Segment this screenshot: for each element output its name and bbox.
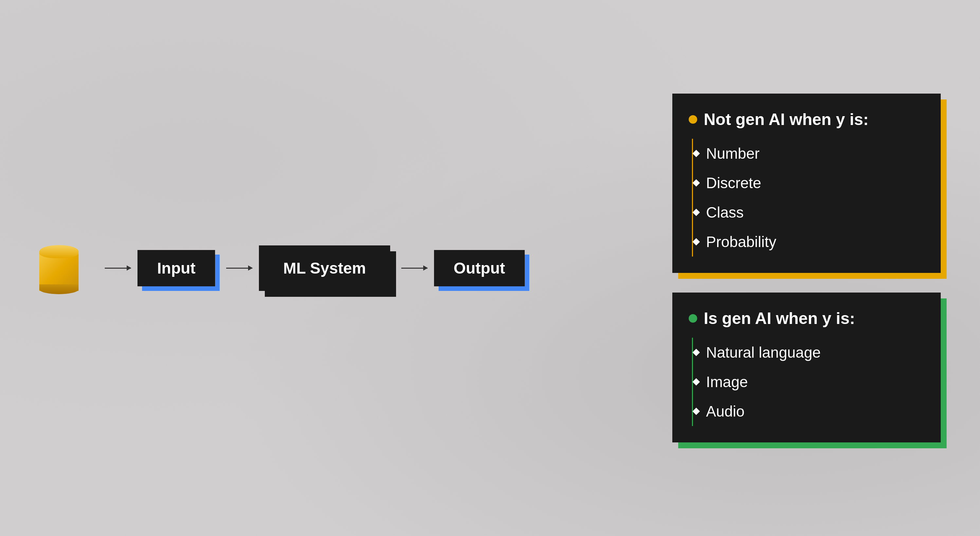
- not-gen-ai-item-class-text: Class: [706, 204, 744, 221]
- info-cards: Not gen AI when y is: Number Discrete Cl…: [672, 94, 941, 442]
- ml-system-inner: ML System: [259, 245, 390, 291]
- not-gen-ai-card: Not gen AI when y is: Number Discrete Cl…: [672, 94, 941, 273]
- not-gen-ai-dot: [689, 115, 697, 124]
- database-icon: [39, 242, 78, 294]
- ml-diagram: Input ML System Output: [39, 242, 525, 294]
- ml-system-box: ML System: [259, 245, 390, 291]
- not-gen-ai-item-discrete-text: Discrete: [706, 174, 761, 192]
- input-box: Input: [137, 250, 215, 286]
- arrow-1: [105, 268, 131, 269]
- is-gen-ai-card-main: Is gen AI when y is: Natural language Im…: [672, 293, 941, 442]
- arrow-3: [401, 268, 428, 269]
- diamond-icon: [693, 150, 700, 157]
- not-gen-ai-item-class: Class: [697, 198, 921, 227]
- diamond-icon: [693, 238, 700, 246]
- main-layout: Input ML System Output: [0, 0, 980, 536]
- is-gen-ai-item-language-text: Natural language: [706, 344, 821, 361]
- not-gen-ai-item-discrete: Discrete: [697, 168, 921, 198]
- output-box-label: Output: [434, 250, 525, 286]
- is-gen-ai-item-language: Natural language: [697, 338, 921, 367]
- diamond-icon: [693, 408, 700, 415]
- not-gen-ai-card-main: Not gen AI when y is: Number Discrete Cl…: [672, 94, 941, 273]
- not-gen-ai-title: Not gen AI when y is:: [704, 110, 869, 129]
- not-gen-ai-items: Number Discrete Class Probability: [692, 139, 921, 256]
- is-gen-ai-item-audio: Audio: [697, 397, 921, 426]
- input-box-label: Input: [137, 250, 215, 286]
- is-gen-ai-card: Is gen AI when y is: Natural language Im…: [672, 293, 941, 442]
- ml-system-label: ML System: [264, 250, 386, 286]
- not-gen-ai-item-probability-text: Probability: [706, 233, 776, 251]
- is-gen-ai-title-row: Is gen AI when y is:: [689, 309, 921, 328]
- is-gen-ai-item-image-text: Image: [706, 373, 748, 391]
- not-gen-ai-item-probability: Probability: [697, 227, 921, 256]
- is-gen-ai-dot: [689, 314, 697, 323]
- diamond-icon: [693, 179, 700, 187]
- diamond-icon: [693, 209, 700, 216]
- not-gen-ai-item-number: Number: [697, 139, 921, 168]
- output-box: Output: [434, 250, 525, 286]
- is-gen-ai-item-audio-text: Audio: [706, 402, 745, 420]
- diamond-icon: [693, 378, 700, 386]
- diamond-icon: [693, 349, 700, 356]
- not-gen-ai-title-row: Not gen AI when y is:: [689, 110, 921, 129]
- arrow-2: [226, 268, 252, 269]
- is-gen-ai-item-image: Image: [697, 367, 921, 397]
- not-gen-ai-item-number-text: Number: [706, 145, 760, 162]
- is-gen-ai-title: Is gen AI when y is:: [704, 309, 855, 328]
- is-gen-ai-items: Natural language Image Audio: [692, 338, 921, 426]
